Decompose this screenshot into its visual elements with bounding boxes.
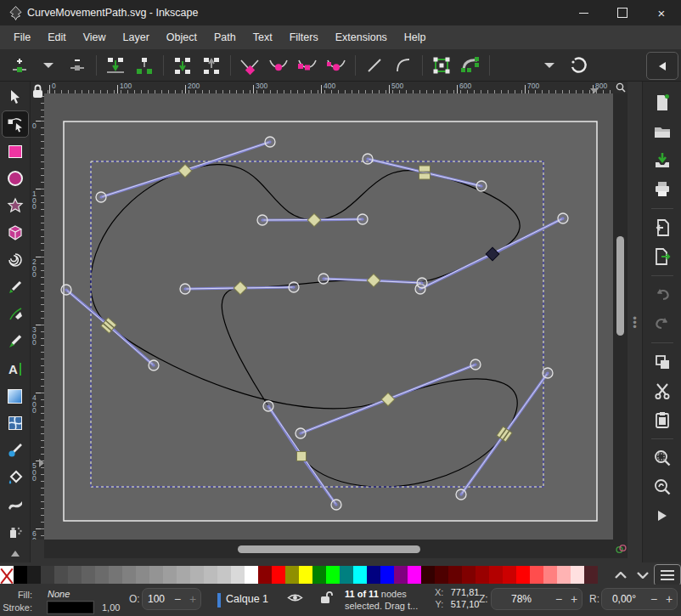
save-document-icon[interactable] <box>648 148 677 173</box>
palette-swatch[interactable] <box>231 566 245 584</box>
canvas[interactable] <box>44 93 613 540</box>
tool-calligraphy[interactable] <box>3 329 28 354</box>
opacity-field[interactable]: 100 − + <box>142 588 201 610</box>
dock-resize-grip[interactable]: ••• <box>628 82 642 562</box>
palette-swatch[interactable] <box>27 566 41 584</box>
palette-swatch[interactable] <box>258 566 272 584</box>
opacity-decrease-button[interactable]: − <box>170 592 185 606</box>
palette-swatch[interactable] <box>394 566 408 584</box>
opacity-increase-button[interactable]: + <box>185 592 200 606</box>
join-segment-button[interactable] <box>168 53 197 78</box>
palette-swatch[interactable] <box>109 566 122 584</box>
palette-swatch[interactable] <box>448 566 462 584</box>
toolbox-scroll-up[interactable] <box>3 546 28 560</box>
layer-lock-icon[interactable] <box>319 591 334 604</box>
tool-rectangle[interactable] <box>3 138 28 164</box>
delete-segment-button[interactable] <box>197 53 226 78</box>
menu-filters[interactable]: Filters <box>281 27 327 48</box>
menu-extensions[interactable]: Extensions <box>327 27 396 48</box>
paste-icon[interactable] <box>648 407 677 432</box>
tool-text[interactable]: A <box>3 356 28 381</box>
commands-more-icon[interactable] <box>648 503 677 528</box>
tool-selector[interactable] <box>3 84 28 110</box>
tool-pencil[interactable] <box>3 274 28 300</box>
palette-swatch[interactable] <box>272 566 285 584</box>
palette-swatch[interactable] <box>136 566 149 584</box>
menu-help[interactable]: Help <box>396 27 435 48</box>
palette-swatch[interactable] <box>41 566 54 584</box>
minimize-button[interactable] <box>564 0 603 25</box>
zoom-field[interactable]: 78% − + <box>491 588 583 610</box>
menu-path[interactable]: Path <box>205 27 245 48</box>
palette-swatch[interactable] <box>204 566 217 584</box>
collapse-dock-button[interactable] <box>646 52 678 80</box>
palette-swatch[interactable] <box>149 566 163 584</box>
palette-swatch[interactable] <box>489 566 503 584</box>
palette-swatch[interactable] <box>380 566 394 584</box>
palette-swatch[interactable] <box>285 566 299 584</box>
curve-segment-button[interactable] <box>389 53 418 78</box>
palette-swatch[interactable] <box>299 566 312 584</box>
open-document-icon[interactable] <box>648 119 677 144</box>
insert-node-button[interactable] <box>5 53 34 78</box>
color-management-toggle[interactable] <box>613 540 628 558</box>
tool-node-editor[interactable] <box>3 111 28 137</box>
rotation-field[interactable]: 0,00° − + <box>601 588 678 610</box>
palette-swatch[interactable] <box>530 566 543 584</box>
break-nodes-button[interactable] <box>130 53 159 78</box>
tool-spray[interactable] <box>3 519 28 545</box>
close-button[interactable]: × <box>642 0 681 25</box>
stroke-swatch[interactable] <box>48 602 93 613</box>
menu-file[interactable]: File <box>5 27 39 48</box>
palette-swatch[interactable] <box>367 566 380 584</box>
h-ruler[interactable]: 0100200300400500600700800 <box>44 82 613 94</box>
stroke-to-path-button[interactable] <box>456 53 485 78</box>
show-transform-handles-button[interactable] <box>564 53 593 78</box>
tool-spiral[interactable] <box>3 247 28 273</box>
palette-swatch[interactable] <box>312 566 326 584</box>
ruler-lock-icon[interactable] <box>32 83 43 99</box>
coord-dropdown[interactable] <box>535 53 564 78</box>
palette-swatch[interactable] <box>326 566 340 584</box>
palette-swatch[interactable] <box>68 566 82 584</box>
print-icon[interactable] <box>648 177 677 202</box>
duplicate-icon[interactable] <box>648 349 677 375</box>
maximize-button[interactable] <box>603 0 642 25</box>
zoom-increase-button[interactable]: + <box>566 592 582 606</box>
export-icon[interactable] <box>648 244 677 269</box>
insert-node-dropdown[interactable] <box>34 53 63 78</box>
palette-swatch[interactable] <box>190 566 204 584</box>
stroke-width-value[interactable]: 1,00 <box>102 602 120 613</box>
rotation-decrease-button[interactable]: − <box>646 592 661 606</box>
palette-swatch[interactable] <box>340 566 353 584</box>
palette-swatch[interactable] <box>476 566 489 584</box>
tool-tweak[interactable] <box>3 492 28 517</box>
vertical-scrollbar-thumb[interactable] <box>616 236 624 336</box>
fill-value[interactable]: None <box>48 589 70 599</box>
tool-ellipse[interactable] <box>3 166 28 191</box>
palette-swatch[interactable] <box>95 566 109 584</box>
new-document-icon[interactable] <box>648 90 677 116</box>
palette-swatch[interactable] <box>82 566 95 584</box>
symmetric-node-button[interactable] <box>293 53 322 78</box>
palette-swatch[interactable] <box>557 566 571 584</box>
palette-swatch[interactable] <box>245 566 258 584</box>
zoom-corner-button[interactable] <box>613 82 628 93</box>
palette-swatch[interactable] <box>122 566 136 584</box>
palette-swatch[interactable] <box>435 566 448 584</box>
palette-swatch[interactable] <box>462 566 476 584</box>
zoom-value[interactable]: 78% <box>492 593 551 605</box>
cut-icon[interactable] <box>648 378 677 404</box>
tool-box3d[interactable] <box>3 220 28 246</box>
menu-edit[interactable]: Edit <box>39 27 75 48</box>
corner-node-button[interactable] <box>235 53 264 78</box>
palette-swatch[interactable] <box>353 566 367 584</box>
import-icon[interactable] <box>648 215 677 240</box>
opacity-value[interactable]: 100 <box>143 593 170 605</box>
tool-gradient[interactable] <box>3 383 28 409</box>
tool-paint-bucket[interactable] <box>3 465 28 490</box>
menu-text[interactable]: Text <box>245 27 281 48</box>
palette-swatch[interactable] <box>14 566 27 584</box>
zoom-drawing-icon[interactable] <box>648 474 677 500</box>
menu-layer[interactable]: Layer <box>115 27 158 48</box>
